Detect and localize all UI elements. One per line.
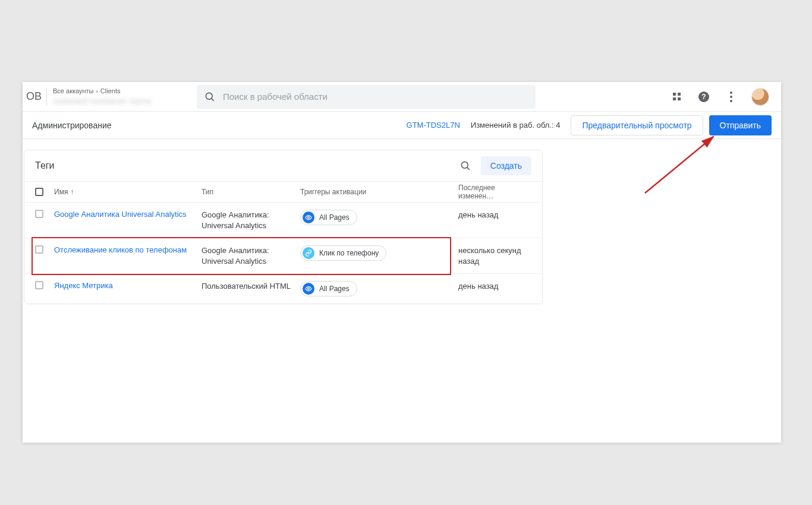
avatar[interactable]	[751, 88, 769, 106]
search-placeholder: Поиск в рабочей области	[223, 91, 328, 102]
tag-name-link[interactable]: Яндекс Метрика	[54, 281, 113, 290]
modified-time: день назад	[458, 281, 531, 292]
panel-title: Теги	[35, 160, 55, 171]
tag-name-link[interactable]: Google Аналитика Universal Analytics	[54, 210, 187, 219]
header-icons: ?	[669, 88, 769, 106]
table-row[interactable]: Google Аналитика Universal AnalyticsGoog…	[24, 203, 542, 238]
container-name-blurred: redacted container name	[53, 96, 190, 106]
select-all-checkbox[interactable]	[35, 188, 43, 196]
panel-area: Теги Создать Имя ↑ Тип Триггеры активаци…	[23, 139, 781, 304]
search-icon	[204, 91, 216, 103]
chevron-right-icon: ›	[96, 88, 98, 94]
tag-type: Пользовательский HTML	[202, 281, 300, 292]
workspace-changes: Изменений в раб. обл.: 4	[471, 121, 561, 130]
admin-label: Администрирование	[32, 121, 112, 130]
table-row[interactable]: Отслеживание кликов по телефонамGoogle А…	[24, 238, 542, 274]
tag-type: Google Аналитика: Universal Analytics	[202, 245, 300, 266]
row-checkbox[interactable]	[35, 245, 43, 254]
table-body: Google Аналитика Universal AnalyticsGoog…	[24, 203, 542, 304]
modified-time: день назад	[458, 210, 531, 220]
search-input[interactable]: Поиск в рабочей области	[197, 85, 536, 109]
panel-search-icon[interactable]	[459, 160, 471, 172]
column-name-label: Имя	[54, 188, 68, 196]
panel-header: Теги Создать	[24, 150, 542, 181]
more-icon[interactable]	[724, 90, 738, 104]
account-switcher[interactable]: Все аккаунты › Clients redacted containe…	[53, 87, 190, 106]
svg-point-5	[308, 288, 310, 290]
modified-time: несколько секунд назад	[458, 245, 531, 266]
preview-button[interactable]: Предварительный просмотр	[571, 115, 703, 135]
tag-type: Google Аналитика: Universal Analytics	[202, 210, 300, 231]
divider	[46, 88, 47, 106]
row-checkbox[interactable]	[35, 281, 43, 289]
sort-ascending-icon: ↑	[70, 188, 74, 196]
create-button[interactable]: Создать	[481, 156, 531, 175]
svg-line-3	[467, 168, 469, 170]
trigger-chip[interactable]: Клик по телефону	[300, 245, 386, 261]
svg-point-2	[461, 162, 468, 168]
column-type[interactable]: Тип	[202, 188, 300, 196]
table-header: Имя ↑ Тип Триггеры активации Последнее и…	[24, 181, 542, 203]
eye-icon	[303, 212, 314, 223]
trigger-label: All Pages	[319, 285, 350, 293]
svg-line-1	[212, 98, 214, 100]
svg-point-4	[308, 217, 310, 219]
trigger-label: All Pages	[319, 213, 350, 222]
search-wrap: Поиск в рабочей области	[197, 85, 536, 109]
app-window: ОВ Все аккаунты › Clients redacted conta…	[23, 82, 781, 443]
svg-point-0	[206, 93, 212, 99]
breadcrumb-root: Все аккаунты	[53, 87, 94, 94]
column-name[interactable]: Имя ↑	[54, 188, 202, 196]
table-row[interactable]: Яндекс МетрикаПользовательский HTMLAll P…	[24, 274, 542, 304]
trigger-chip[interactable]: All Pages	[300, 210, 357, 225]
tag-name-link[interactable]: Отслеживание кликов по телефонам	[54, 245, 187, 254]
breadcrumb-leaf: Clients	[100, 87, 121, 94]
help-icon[interactable]: ?	[697, 90, 711, 104]
sub-header: Администрирование GTM-TDS2L7N Изменений …	[23, 112, 781, 139]
breadcrumb: Все аккаунты › Clients	[53, 87, 190, 94]
link-icon	[303, 247, 314, 259]
logo-fragment: ОВ	[23, 90, 42, 103]
submit-button[interactable]: Отправить	[709, 115, 772, 135]
top-header: ОВ Все аккаунты › Clients redacted conta…	[23, 82, 781, 112]
column-triggers[interactable]: Триггеры активации	[300, 188, 458, 196]
column-modified[interactable]: Последнее изменен…	[458, 184, 531, 200]
container-id-link[interactable]: GTM-TDS2L7N	[407, 121, 460, 130]
trigger-chip[interactable]: All Pages	[300, 281, 357, 296]
tags-panel: Теги Создать Имя ↑ Тип Триггеры активаци…	[24, 150, 543, 304]
apps-icon[interactable]	[669, 90, 684, 104]
eye-icon	[303, 283, 314, 295]
row-checkbox[interactable]	[35, 210, 43, 218]
trigger-label: Клик по телефону	[319, 249, 379, 257]
